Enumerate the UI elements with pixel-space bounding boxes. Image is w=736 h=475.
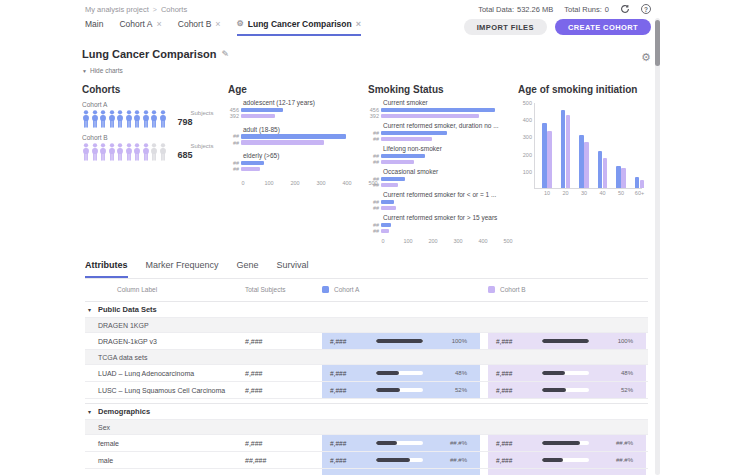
bar-cohort-b [621, 168, 626, 188]
scrollbar-thumb[interactable] [655, 20, 660, 66]
bar-cohort-a [579, 135, 584, 188]
bar-track [376, 371, 423, 375]
tab-label: Cohort A [119, 19, 152, 29]
bar-fill [542, 388, 566, 392]
cohort-a-cell: #,#####.#% [322, 435, 480, 451]
cohort-b-cell [488, 469, 646, 475]
percent-value: 52% [423, 387, 480, 393]
table-subgroup-row[interactable]: Sex [85, 420, 648, 435]
tab-row: MainCohort A×Cohort B×⚙Lung Cancer Compa… [85, 19, 651, 36]
section-tab-bar: AttributesMarker FrequencyGeneSurvival [85, 260, 648, 279]
cohort-a-cell: #,###48% [322, 365, 480, 381]
subjects-count: 798 [178, 117, 214, 127]
cohort-a-legend: Cohort A [322, 286, 480, 293]
header-actions: IMPORT FILES CREATE COHORT [464, 19, 651, 35]
refresh-icon[interactable] [620, 4, 630, 14]
bar-cohort-a [381, 131, 447, 135]
axis-tick-label: 300 [453, 238, 462, 244]
table-row[interactable]: LUAD – Lung Adenocarcinoma#,####,###48%#… [85, 365, 648, 382]
tab-survival[interactable]: Survival [277, 260, 309, 278]
cohort-group-name: Cohort A [82, 101, 225, 108]
axis-tick-label: 100 [264, 180, 273, 186]
cohort-count-value: #,### [322, 370, 376, 377]
total-subjects-value: ##,### [245, 457, 322, 464]
bar-cohort-a [381, 177, 405, 181]
collapse-arrow-icon[interactable]: ▾ [85, 306, 98, 313]
axis-tick-label: 500 [523, 100, 532, 106]
table-row[interactable]: LUSC – Lung Squamous Cell Carcinoma#,###… [85, 382, 648, 399]
cohort-b-cell: #,#####.#% [488, 435, 646, 451]
collapse-arrow-icon[interactable]: ▾ [85, 408, 98, 415]
initiation-chart-title: Age of smoking initiation [518, 84, 648, 95]
edit-pencil-icon[interactable]: ✎ [221, 49, 229, 59]
cohort-count-value: #,### [322, 457, 376, 464]
bar-track [542, 441, 589, 445]
person-icons [82, 143, 167, 161]
axis-tick-label: 100 [403, 238, 412, 244]
person-icon [116, 143, 124, 161]
create-cohort-button[interactable]: CREATE COHORT [555, 19, 651, 35]
import-files-button[interactable]: IMPORT FILES [464, 19, 547, 35]
cohort-a-cell [322, 469, 480, 475]
tab-label: Lung Cancer Comparison [248, 19, 352, 29]
bar-value-labels: #### [228, 134, 241, 145]
hide-charts-toggle[interactable]: ▼ Hide charts [82, 67, 123, 74]
cohort-count-value: #,### [322, 440, 376, 447]
bar-group: Current reformed smoker for < or = 1 ...… [368, 191, 516, 211]
tab-lung-cancer-comparison[interactable]: ⚙Lung Cancer Comparison× [237, 19, 361, 36]
value-label-cohort-a: ## [233, 134, 239, 139]
bar-track [542, 371, 589, 375]
help-icon[interactable]: ? [641, 4, 651, 14]
bar-cohort-a [381, 154, 425, 158]
value-label-cohort-a: ## [373, 154, 379, 159]
page-title: Lung Cancer Comparison [82, 48, 216, 60]
bar-cohort-b [566, 115, 571, 188]
bar-group: Occasional smoker#### [368, 168, 516, 188]
bar-value-labels: #### [368, 177, 381, 188]
table-subgroup-row[interactable]: DRAGEN 1KGP [85, 318, 648, 333]
tab-attributes[interactable]: Attributes [85, 260, 128, 278]
table-row[interactable]: DRAGEN-1kGP v3#,####,###100%#,###100% [85, 333, 648, 350]
tab-cohort-b[interactable]: Cohort B× [178, 19, 221, 36]
age-chart: Age adolescent (12-17 years)456392adult … [228, 84, 375, 187]
tab-main[interactable]: Main [85, 19, 103, 36]
cohorts-heading: Cohorts [82, 84, 225, 95]
bar-value-labels: #### [368, 154, 381, 165]
top-stats: Total Data: 532.26 MB Total Runs: 0 ? [0, 4, 651, 14]
tab-cohort-a[interactable]: Cohort A× [119, 19, 161, 36]
bar-group-label: adult (18-85) [243, 126, 375, 133]
bar-group: elderly (>65)#### [228, 152, 375, 172]
cohort-a-cell: #,###100% [322, 333, 480, 349]
table-row[interactable]: female#,####,#####.#%#,#####.#% [85, 435, 648, 452]
tab-marker-frequency[interactable]: Marker Frequency [146, 260, 219, 278]
value-label-cohort-b: ## [373, 160, 379, 165]
table-group-row[interactable]: ▾Demographics [85, 403, 648, 420]
bar-cohort-b [381, 114, 479, 118]
person-icon [91, 110, 99, 128]
close-icon[interactable]: × [215, 19, 220, 29]
scrollbar[interactable] [655, 18, 660, 475]
bar-track [542, 388, 589, 392]
total-subjects-value: #,### [245, 440, 322, 447]
tab-gene[interactable]: Gene [237, 260, 259, 278]
axis-tick-label: 300 [523, 134, 532, 140]
chart-settings-gear-icon[interactable]: ⚙ [641, 52, 651, 63]
subgroup-label: Sex [85, 424, 110, 431]
bar-cohort-b [241, 114, 275, 119]
bar-cohort-a [241, 134, 346, 139]
table-subgroup-row[interactable]: TCGA data sets [85, 350, 648, 365]
row-label: LUAD – Lung Adenocarcinoma [85, 370, 245, 377]
person-icon [142, 143, 150, 161]
close-icon[interactable]: × [157, 19, 162, 29]
person-icon [82, 110, 90, 128]
bar-value-labels: 456392 [368, 108, 381, 119]
bar-track [376, 339, 423, 343]
cohort-count-value: #,### [488, 440, 542, 447]
table-group-row[interactable]: ▾Public Data Sets [85, 301, 648, 318]
table-row[interactable]: male##,####,#####.#%#,#####.#% [85, 452, 648, 469]
total-runs-label: Total Runs: [564, 5, 602, 14]
bar-group-label: Current reformed smoker for < or = 1 ... [383, 191, 516, 198]
close-icon[interactable]: × [356, 19, 361, 29]
cohort-a-swatch [322, 286, 329, 293]
bar-group: adult (18-85)#### [228, 126, 375, 146]
